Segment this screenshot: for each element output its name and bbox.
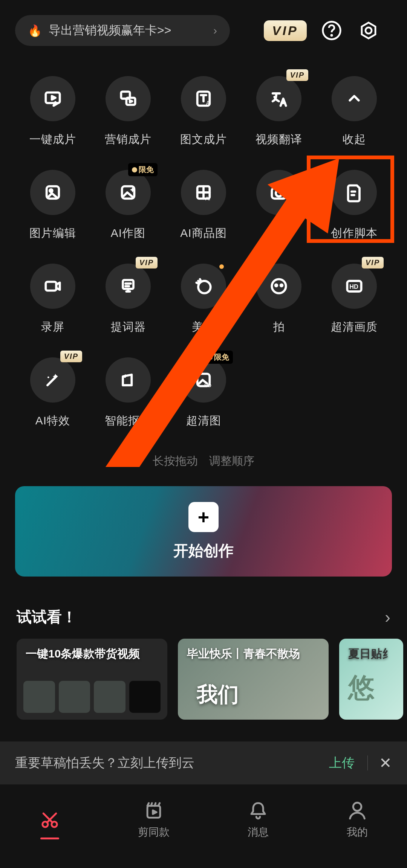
free-badge: 限免 — [128, 163, 158, 176]
tool-cutout[interactable]: 智能抠图 — [90, 357, 166, 429]
tool-beauty[interactable]: 美颜 — [166, 264, 241, 335]
hd-icon: HD — [344, 276, 365, 297]
text-ai-icon: AI — [193, 88, 214, 109]
tool-label: 提词器 — [111, 319, 146, 335]
divider — [367, 755, 368, 770]
nav-label: 消息 — [248, 825, 269, 839]
free-badge: 限免 — [204, 351, 233, 364]
svg-point-19 — [275, 284, 277, 286]
tool-label: 视频翻译 — [256, 132, 302, 147]
card-title: 毕业快乐丨青春不散场 — [187, 646, 300, 662]
try-card-1[interactable]: 一键10条爆款带货视频 — [17, 639, 167, 720]
tool-shoot[interactable]: 拍摄 — [241, 170, 317, 241]
scissors-icon — [39, 809, 61, 831]
card-big-text: 悠 — [348, 670, 375, 706]
tool-ai-effects[interactable]: VIP AI特效 — [15, 357, 90, 429]
tool-marketing-video[interactable]: 营销成片 — [90, 76, 166, 147]
svg-point-23 — [47, 377, 49, 378]
svg-text:HD: HD — [349, 283, 358, 290]
image-sparkle-icon — [118, 182, 139, 203]
try-card-3[interactable]: 夏日贴纟 悠 — [339, 639, 403, 720]
chevron-up-icon — [344, 88, 365, 109]
wand-icon — [42, 369, 63, 391]
tool-portrait[interactable]: 拍 — [241, 264, 317, 335]
tool-label: 图文成片 — [180, 132, 227, 147]
tool-teleprompter[interactable]: VIP 提词器 — [90, 264, 166, 335]
tool-label: 收起 — [343, 132, 366, 147]
face-icon — [268, 276, 289, 297]
tool-label: 美颜 — [192, 319, 215, 335]
nav-label: 我的 — [347, 825, 368, 839]
tool-label: 图片编辑 — [29, 226, 76, 241]
promo-text: 导出营销视频赢年卡>> — [49, 22, 213, 39]
translate-icon — [268, 88, 289, 109]
promo-banner[interactable]: 🔥 导出营销视频赢年卡>> › — [15, 15, 230, 46]
chevron-right-icon: › — [385, 608, 390, 627]
tools-grid: 一键成片 营销成片 AI 图文成片 VIP 视频翻译 收起 图片编辑 限免 AI… — [0, 57, 407, 440]
nav-edit[interactable] — [39, 809, 61, 839]
vip-badge: VIP — [286, 69, 308, 81]
grid-ai-icon: AI — [193, 182, 214, 203]
tool-text-to-video[interactable]: AI 图文成片 — [166, 76, 241, 147]
chevron-right-icon: › — [213, 24, 217, 37]
tool-hd-video[interactable]: HD VIP 超清画质 — [317, 264, 392, 335]
card-title: 一键10条爆款带货视频 — [26, 646, 140, 662]
try-cards: 一键10条爆款带货视频 毕业快乐丨青春不散场 我们 夏日贴纟 悠 — [0, 639, 407, 720]
tool-image-edit[interactable]: 图片编辑 — [15, 170, 90, 241]
tool-ai-image[interactable]: 限免 AI作图 — [90, 170, 166, 241]
tool-label: 拍 — [273, 319, 285, 335]
nav-profile[interactable]: 我的 — [346, 799, 368, 839]
upload-banner: 重要草稿怕丢失？立刻上传到云 上传 ✕ — [0, 741, 407, 784]
video-multi-icon — [118, 88, 139, 109]
tool-label: 超清图 — [186, 413, 221, 429]
start-create-label: 开始创作 — [173, 540, 234, 561]
close-icon[interactable]: ✕ — [379, 754, 392, 772]
tool-script[interactable]: 创作脚本 — [317, 170, 392, 241]
teleprompter-icon — [118, 276, 139, 297]
templates-icon — [143, 799, 165, 821]
tool-label: 拍摄 — [267, 226, 291, 241]
cutout-icon — [118, 369, 139, 391]
nav-label: 剪同款 — [138, 825, 170, 839]
vip-badge: VIP — [60, 351, 82, 362]
plus-icon: + — [188, 502, 219, 532]
fire-icon: 🔥 — [28, 24, 42, 37]
svg-point-20 — [281, 284, 283, 286]
notification-dot — [219, 264, 224, 269]
settings-icon[interactable] — [357, 18, 381, 43]
beauty-icon — [193, 276, 214, 297]
tool-screen-record[interactable]: 录屏 — [15, 264, 90, 335]
vip-badge: VIP — [362, 257, 384, 268]
help-icon[interactable] — [320, 18, 344, 43]
svg-text:AI: AI — [206, 100, 211, 106]
tool-label: AI特效 — [35, 413, 70, 429]
try-section-header[interactable]: 试试看！ › — [0, 577, 407, 639]
nav-templates[interactable]: 剪同款 — [138, 799, 170, 839]
tool-ai-product[interactable]: AI AI商品图 — [166, 170, 241, 241]
video-flash-icon — [42, 88, 63, 109]
nav-messages[interactable]: 消息 — [247, 799, 269, 839]
vip-badge: VIP — [136, 257, 158, 268]
svg-rect-15 — [46, 282, 56, 290]
tool-collapse[interactable]: 收起 — [317, 76, 392, 147]
doc-icon — [344, 182, 365, 203]
card-title: 夏日贴纟 — [348, 646, 393, 662]
tool-one-click-video[interactable]: 一键成片 — [15, 76, 90, 147]
tool-label: 超清画质 — [331, 319, 378, 335]
upload-link[interactable]: 上传 — [329, 754, 355, 772]
svg-text:AI: AI — [205, 195, 210, 201]
svg-point-14 — [276, 190, 282, 196]
svg-point-18 — [272, 279, 286, 293]
bottom-nav: 剪同款 消息 我的 — [0, 784, 407, 858]
tool-hd-image[interactable]: HD 限免 超清图 — [166, 357, 241, 429]
camera-icon — [268, 182, 289, 203]
upload-text: 重要草稿怕丢失？立刻上传到云 — [15, 754, 194, 772]
start-create-banner[interactable]: + 开始创作 — [15, 486, 392, 577]
record-icon — [42, 276, 63, 297]
tool-video-translate[interactable]: VIP 视频翻译 — [241, 76, 317, 147]
svg-point-29 — [353, 802, 361, 811]
svg-point-2 — [366, 27, 372, 34]
vip-pill[interactable]: VIP — [264, 20, 307, 41]
try-card-2[interactable]: 毕业快乐丨青春不散场 我们 — [178, 639, 329, 720]
bell-icon — [247, 799, 269, 821]
